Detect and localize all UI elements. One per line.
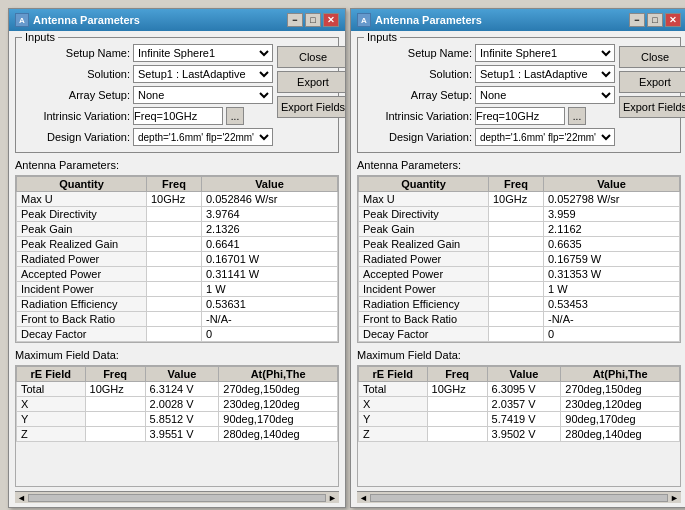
input-label-3: Intrinsic Variation: xyxy=(22,110,130,122)
field-cell-1-3: 230deg,120deg xyxy=(561,397,680,412)
window-title: Antenna Parameters xyxy=(33,14,140,26)
field-col-header-3: At(Phi,The xyxy=(561,367,680,382)
action-button-0[interactable]: Close xyxy=(619,46,685,68)
maximize-button[interactable]: □ xyxy=(305,13,321,27)
field-col-header-3: At(Phi,The xyxy=(219,367,338,382)
table-cell-6-2: 1 W xyxy=(202,282,338,297)
scroll-left-arrow[interactable]: ◄ xyxy=(359,493,368,503)
table-cell-8-2: -N/A- xyxy=(544,312,680,327)
window-2: A Antenna Parameters − □ ✕ InputsSetup N… xyxy=(350,8,685,508)
field-cell-0-1: 10GHz xyxy=(427,382,487,397)
field-cell-2-3: 90deg,170deg xyxy=(561,412,680,427)
ellipsis-button[interactable]: ... xyxy=(568,107,586,125)
maximize-button[interactable]: □ xyxy=(647,13,663,27)
table-row: Radiation Efficiency0.53631 xyxy=(17,297,338,312)
field-data-table-container: rE FieldFreqValueAt(Phi,TheTotal10GHz6.3… xyxy=(357,365,681,487)
close-button[interactable]: ✕ xyxy=(665,13,681,27)
action-button-2[interactable]: Export Fields xyxy=(619,96,685,118)
title-left: A Antenna Parameters xyxy=(15,13,140,27)
table-cell-7-0: Radiation Efficiency xyxy=(17,297,147,312)
action-button-1[interactable]: Export xyxy=(619,71,685,93)
table-cell-2-0: Peak Gain xyxy=(359,222,489,237)
antenna-params-label: Antenna Parameters: xyxy=(15,159,339,171)
title-bar: A Antenna Parameters − □ ✕ xyxy=(351,9,685,31)
input-row-0: Setup Name:Infinite Sphere1 xyxy=(22,44,273,62)
field-col-header-1: Freq xyxy=(85,367,145,382)
input-text-3[interactable] xyxy=(475,107,565,125)
table-cell-0-0: Max U xyxy=(17,192,147,207)
table-row: Peak Gain2.1326 xyxy=(17,222,338,237)
table-row: Peak Realized Gain0.6641 xyxy=(17,237,338,252)
inputs-buttons: CloseExportExport Fields xyxy=(619,46,685,146)
input-select-2[interactable]: None xyxy=(133,86,273,104)
input-select-1[interactable]: Setup1 : LastAdaptive xyxy=(475,65,615,83)
input-select-sm-4[interactable]: depth='1.6mm' flp='22mm' fwp=+ xyxy=(475,128,615,146)
field-cell-1-2: 2.0357 V xyxy=(487,397,561,412)
scroll-track[interactable] xyxy=(28,494,326,502)
table-cell-1-1 xyxy=(147,207,202,222)
table-cell-8-1 xyxy=(489,312,544,327)
field-cell-0-3: 270deg,150deg xyxy=(561,382,680,397)
close-button[interactable]: ✕ xyxy=(323,13,339,27)
window-content: InputsSetup Name:Infinite Sphere1Solutio… xyxy=(9,31,345,507)
input-row-3: Intrinsic Variation:... xyxy=(364,107,615,125)
table-cell-2-0: Peak Gain xyxy=(17,222,147,237)
action-button-1[interactable]: Export xyxy=(277,71,345,93)
inputs-legend: Inputs xyxy=(364,31,400,43)
scroll-track[interactable] xyxy=(370,494,668,502)
field-cell-2-0: Y xyxy=(17,412,86,427)
table-row: Max U10GHz0.052798 W/sr xyxy=(359,192,680,207)
field-cell-3-2: 3.9551 V xyxy=(145,427,219,442)
antenna-params-label: Antenna Parameters: xyxy=(357,159,681,171)
table-row: Front to Back Ratio-N/A- xyxy=(359,312,680,327)
input-row-3: Intrinsic Variation:... xyxy=(22,107,273,125)
action-button-0[interactable]: Close xyxy=(277,46,345,68)
table-row: Radiated Power0.16701 W xyxy=(17,252,338,267)
field-data-label: Maximum Field Data: xyxy=(357,349,681,361)
table-cell-9-1 xyxy=(489,327,544,342)
table-cell-6-1 xyxy=(147,282,202,297)
field-cell-3-3: 280deg,140deg xyxy=(219,427,338,442)
ellipsis-button[interactable]: ... xyxy=(226,107,244,125)
field-data-table: rE FieldFreqValueAt(Phi,TheTotal10GHz6.3… xyxy=(16,366,338,442)
table-row: Radiation Efficiency0.53453 xyxy=(359,297,680,312)
table-cell-8-1 xyxy=(147,312,202,327)
inputs-inner: Setup Name:Infinite Sphere1Solution:Setu… xyxy=(22,44,332,146)
input-select-sm-4[interactable]: depth='1.6mm' flp='22mm' fwp=+ xyxy=(133,128,273,146)
minimize-button[interactable]: − xyxy=(629,13,645,27)
table-cell-2-2: 2.1162 xyxy=(544,222,680,237)
antenna-params-table-container: QuantityFreqValueMax U10GHz0.052846 W/sr… xyxy=(15,175,339,343)
scroll-right-arrow[interactable]: ► xyxy=(328,493,337,503)
input-select-2[interactable]: None xyxy=(475,86,615,104)
table-cell-3-2: 0.6635 xyxy=(544,237,680,252)
field-cell-1-1 xyxy=(85,397,145,412)
col-header-1: Freq xyxy=(489,177,544,192)
table-cell-6-1 xyxy=(489,282,544,297)
scroll-left-arrow[interactable]: ◄ xyxy=(17,493,26,503)
input-label-0: Setup Name: xyxy=(22,47,130,59)
table-row: Y5.8512 V90deg,170deg xyxy=(17,412,338,427)
table-row: Z3.9502 V280deg,140deg xyxy=(359,427,680,442)
input-select-0[interactable]: Infinite Sphere1 xyxy=(475,44,615,62)
minimize-button[interactable]: − xyxy=(287,13,303,27)
table-cell-5-0: Accepted Power xyxy=(359,267,489,282)
input-select-0[interactable]: Infinite Sphere1 xyxy=(133,44,273,62)
action-button-2[interactable]: Export Fields xyxy=(277,96,345,118)
table-cell-6-0: Incident Power xyxy=(359,282,489,297)
table-cell-2-1 xyxy=(147,222,202,237)
field-cell-0-2: 6.3124 V xyxy=(145,382,219,397)
horizontal-scrollbar[interactable]: ◄ ► xyxy=(357,491,681,503)
scroll-right-arrow[interactable]: ► xyxy=(670,493,679,503)
table-row: Peak Gain2.1162 xyxy=(359,222,680,237)
inputs-inner: Setup Name:Infinite Sphere1Solution:Setu… xyxy=(364,44,674,146)
input-text-3[interactable] xyxy=(133,107,223,125)
table-cell-5-1 xyxy=(489,267,544,282)
field-cell-3-0: Z xyxy=(17,427,86,442)
input-row-1: Solution:Setup1 : LastAdaptive xyxy=(22,65,273,83)
input-label-2: Array Setup: xyxy=(22,89,130,101)
title-bar: A Antenna Parameters − □ ✕ xyxy=(9,9,345,31)
table-cell-1-0: Peak Directivity xyxy=(359,207,489,222)
input-select-1[interactable]: Setup1 : LastAdaptive xyxy=(133,65,273,83)
horizontal-scrollbar[interactable]: ◄ ► xyxy=(15,491,339,503)
table-cell-9-2: 0 xyxy=(202,327,338,342)
